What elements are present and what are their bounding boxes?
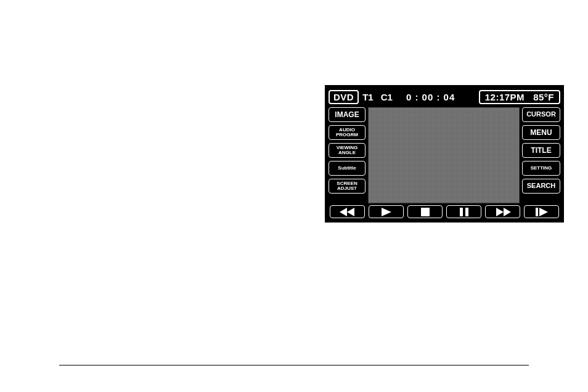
chapter-number: C1	[381, 92, 393, 102]
screen-adjust-button[interactable]: SCREEN ADJUST	[329, 179, 365, 194]
track-info: T1 C1 0 : 00 : 04	[362, 92, 455, 102]
audio-program-label-l2: PROGRM	[336, 133, 358, 137]
clock-time: 12:17PM	[485, 92, 525, 102]
cursor-button-label: CURSOR	[526, 111, 556, 118]
rewind-icon	[340, 208, 356, 216]
image-button-label: IMAGE	[335, 111, 359, 119]
play-icon	[382, 208, 391, 216]
search-button[interactable]: SEARCH	[522, 179, 560, 194]
search-button-label: SEARCH	[527, 182, 555, 190]
pause-icon	[460, 208, 468, 216]
title-number: T1	[362, 92, 374, 102]
source-badge: DVD	[329, 90, 359, 104]
clock-temp-readout: 12:17PM 85°F	[479, 90, 560, 104]
stop-button[interactable]	[407, 205, 443, 218]
page-divider	[59, 365, 529, 365]
svg-marker-2	[382, 208, 391, 216]
temperature: 85°F	[533, 92, 554, 102]
rewind-button[interactable]	[330, 205, 365, 218]
svg-rect-5	[465, 208, 468, 216]
svg-marker-6	[496, 208, 504, 216]
svg-rect-3	[421, 208, 430, 216]
viewing-angle-label-l2: ANGLE	[338, 150, 356, 155]
audio-program-button[interactable]: AUDIO PROGRM	[329, 125, 365, 140]
right-button-column: CURSOR MENU TITLE SETTING SEARCH	[522, 107, 560, 203]
play-button[interactable]	[369, 205, 404, 218]
svg-rect-4	[460, 208, 463, 216]
fast-forward-button[interactable]	[485, 205, 520, 218]
title-button[interactable]: TITLE	[522, 143, 560, 158]
setting-button-label: SETTING	[531, 166, 552, 171]
svg-marker-9	[539, 208, 548, 216]
elapsed-time: 0 : 00 : 04	[406, 92, 455, 102]
pause-button[interactable]	[446, 205, 481, 218]
svg-rect-8	[536, 208, 538, 216]
top-info-bar: DVD T1 C1 0 : 00 : 04 12:17PM 85°F	[326, 86, 563, 105]
next-chapter-icon	[536, 208, 548, 216]
menu-button[interactable]: MENU	[522, 125, 560, 140]
menu-button-label: MENU	[530, 129, 552, 137]
left-button-column: IMAGE AUDIO PROGRM VIEWING ANGLE Subtitl…	[329, 107, 365, 203]
dvd-player-panel: DVD T1 C1 0 : 00 : 04 12:17PM 85°F IMAGE…	[325, 85, 564, 223]
cursor-button[interactable]: CURSOR	[522, 107, 560, 122]
transport-bar	[326, 203, 563, 221]
video-display-area	[368, 107, 520, 203]
title-button-label: TITLE	[531, 147, 551, 155]
svg-marker-0	[347, 208, 354, 216]
viewing-angle-button[interactable]: VIEWING ANGLE	[329, 143, 365, 158]
screen-adjust-label-l2: ADJUST	[337, 186, 357, 191]
mid-area: IMAGE AUDIO PROGRM VIEWING ANGLE Subtitl…	[326, 105, 563, 203]
subtitle-button-label: Subtitle	[338, 166, 356, 171]
svg-marker-1	[340, 208, 347, 216]
setting-button[interactable]: SETTING	[522, 161, 560, 176]
fast-forward-icon	[495, 208, 511, 216]
stop-icon	[421, 208, 430, 216]
next-chapter-button[interactable]	[524, 205, 559, 218]
subtitle-button[interactable]: Subtitle	[329, 161, 365, 176]
svg-marker-7	[504, 208, 511, 216]
image-button[interactable]: IMAGE	[329, 107, 365, 122]
